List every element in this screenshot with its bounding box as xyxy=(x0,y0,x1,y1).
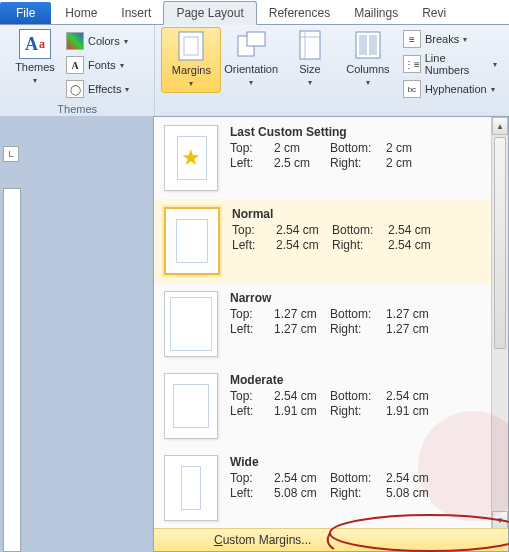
themes-button[interactable]: Aa Themes▾ xyxy=(6,27,64,89)
colors-button[interactable]: Colors ▾ xyxy=(64,31,131,51)
value-top: 2.54 cm xyxy=(274,389,330,403)
star-icon: ★ xyxy=(181,145,201,171)
custom-margins-accel: C xyxy=(214,533,223,547)
svg-rect-3 xyxy=(247,32,265,46)
value-right: 2 cm xyxy=(386,156,442,170)
line-numbers-button[interactable]: ⋮≡Line Numbers ▾ xyxy=(401,51,499,77)
columns-icon xyxy=(352,29,384,61)
label-right: Right: xyxy=(330,156,386,170)
label-bottom: Bottom: xyxy=(330,307,386,321)
value-left: 2.5 cm xyxy=(274,156,330,170)
label-top: Top: xyxy=(232,223,276,237)
fonts-button[interactable]: AFonts ▾ xyxy=(64,55,131,75)
chevron-down-icon: ▾ xyxy=(33,76,37,85)
chevron-down-icon: ▾ xyxy=(124,37,128,46)
group-label-themes: Themes xyxy=(6,101,148,117)
preset-name: Moderate xyxy=(230,373,482,387)
scrollbar-thumb[interactable] xyxy=(494,137,506,349)
effects-button[interactable]: ◯Effects ▾ xyxy=(64,79,131,99)
tab-file[interactable]: File xyxy=(0,2,51,24)
svg-rect-0 xyxy=(179,32,203,60)
value-left: 5.08 cm xyxy=(274,486,330,500)
label-top: Top: xyxy=(230,471,274,485)
value-right: 2.54 cm xyxy=(388,238,444,252)
value-left: 1.91 cm xyxy=(274,404,330,418)
label-left: Left: xyxy=(230,322,274,336)
value-top: 1.27 cm xyxy=(274,307,330,321)
themes-icon: Aa xyxy=(19,29,51,59)
value-right: 1.27 cm xyxy=(386,322,442,336)
breaks-icon: ≡ xyxy=(403,30,421,48)
preset-thumb xyxy=(164,455,218,521)
label-right: Right: xyxy=(330,404,386,418)
label-left: Left: xyxy=(230,404,274,418)
label-top: Top: xyxy=(230,307,274,321)
label-left: Left: xyxy=(230,486,274,500)
scroll-up-icon[interactable]: ▲ xyxy=(492,117,508,135)
columns-button[interactable]: Columns▾ xyxy=(339,27,397,91)
value-left: 2.54 cm xyxy=(276,238,332,252)
size-icon xyxy=(294,29,326,61)
size-button[interactable]: Size▾ xyxy=(281,27,339,91)
margin-preset[interactable]: NormalTop:2.54 cmBottom:2.54 cmLeft:2.54… xyxy=(154,199,492,283)
effects-icon: ◯ xyxy=(66,80,84,98)
label-right: Right: xyxy=(330,322,386,336)
value-bottom: 1.27 cm xyxy=(386,307,442,321)
custom-margins-item[interactable]: Custom Margins... xyxy=(154,528,508,551)
preset-thumb xyxy=(164,373,218,439)
tab-review[interactable]: Revi xyxy=(410,2,458,24)
colors-icon xyxy=(66,32,84,50)
tab-insert[interactable]: Insert xyxy=(109,2,163,24)
preset-thumb xyxy=(164,291,218,357)
vertical-ruler[interactable] xyxy=(3,188,21,552)
label-bottom: Bottom: xyxy=(332,223,388,237)
chevron-down-icon: ▾ xyxy=(366,78,370,87)
label-top: Top: xyxy=(230,389,274,403)
value-bottom: 2.54 cm xyxy=(388,223,444,237)
value-top: 2.54 cm xyxy=(274,471,330,485)
orientation-button[interactable]: Orientation▾ xyxy=(221,27,281,91)
svg-rect-9 xyxy=(369,35,377,55)
margins-dropdown: ★Last Custom SettingTop:2 cmBottom:2 cmL… xyxy=(153,116,509,552)
chevron-down-icon: ▾ xyxy=(308,78,312,87)
fonts-icon: A xyxy=(66,56,84,74)
label-right: Right: xyxy=(332,238,388,252)
chevron-down-icon: ▾ xyxy=(491,85,495,94)
chevron-down-icon: ▾ xyxy=(493,60,497,69)
tab-selector[interactable]: L xyxy=(3,146,19,162)
value-left: 1.27 cm xyxy=(274,322,330,336)
value-bottom: 2 cm xyxy=(386,141,442,155)
margin-preset[interactable]: ★Last Custom SettingTop:2 cmBottom:2 cmL… xyxy=(154,117,492,199)
svg-rect-4 xyxy=(300,31,320,59)
value-top: 2.54 cm xyxy=(276,223,332,237)
label-bottom: Bottom: xyxy=(330,141,386,155)
margins-button[interactable]: Margins▾ xyxy=(161,27,221,93)
orientation-icon xyxy=(235,29,267,61)
label-left: Left: xyxy=(230,156,274,170)
value-bottom: 2.54 cm xyxy=(386,389,442,403)
hyphenation-icon: bc xyxy=(403,80,421,98)
tab-page-layout[interactable]: Page Layout xyxy=(163,1,256,25)
chevron-down-icon: ▾ xyxy=(463,35,467,44)
breaks-button[interactable]: ≡Breaks ▾ xyxy=(401,29,499,49)
tab-mailings[interactable]: Mailings xyxy=(342,2,410,24)
themes-label: Themes xyxy=(15,61,55,73)
chevron-down-icon: ▾ xyxy=(125,85,129,94)
line-numbers-icon: ⋮≡ xyxy=(403,55,421,73)
label-bottom: Bottom: xyxy=(330,389,386,403)
hyphenation-button[interactable]: bcHyphenation ▾ xyxy=(401,79,499,99)
label-left: Left: xyxy=(232,238,276,252)
preset-name: Last Custom Setting xyxy=(230,125,482,139)
preset-name: Narrow xyxy=(230,291,482,305)
preset-name: Normal xyxy=(232,207,482,221)
svg-rect-8 xyxy=(359,35,367,55)
tab-references[interactable]: References xyxy=(257,2,342,24)
custom-margins-label: ustom Margins... xyxy=(223,533,312,547)
label-right: Right: xyxy=(330,486,386,500)
margins-icon xyxy=(175,30,207,62)
tab-home[interactable]: Home xyxy=(53,2,109,24)
chevron-down-icon: ▾ xyxy=(189,79,193,88)
value-right: 1.91 cm xyxy=(386,404,442,418)
value-top: 2 cm xyxy=(274,141,330,155)
margin-preset[interactable]: NarrowTop:1.27 cmBottom:1.27 cmLeft:1.27… xyxy=(154,283,492,365)
